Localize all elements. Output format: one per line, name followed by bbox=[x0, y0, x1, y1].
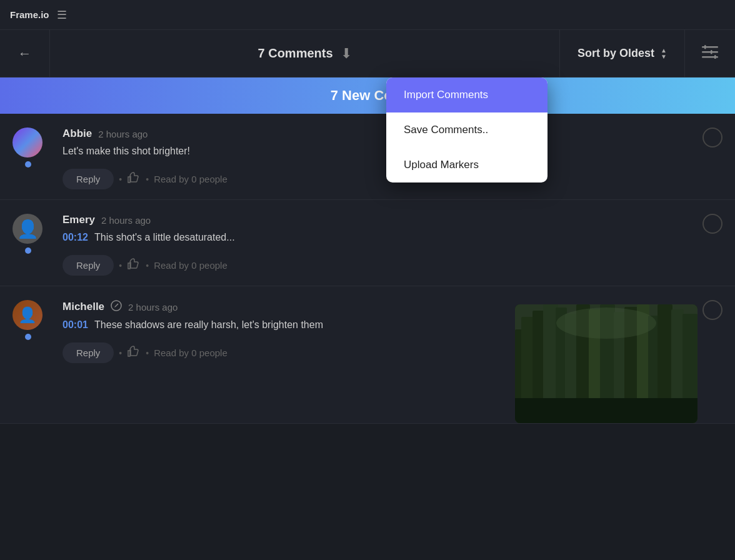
action-separator-2: • bbox=[146, 261, 149, 271]
back-icon: ← bbox=[18, 46, 32, 62]
complete-circle[interactable] bbox=[702, 214, 722, 234]
action-separator: • bbox=[119, 174, 122, 184]
comment-author: Abbie bbox=[62, 128, 92, 140]
emery-avatar-face: 👤 bbox=[17, 219, 39, 239]
filter-button[interactable] bbox=[685, 30, 735, 77]
svg-rect-3 bbox=[704, 45, 706, 49]
comment-time: 2 hours ago bbox=[128, 302, 178, 312]
dropdown-item-import[interactable]: Import Comments bbox=[386, 78, 548, 112]
like-icon[interactable] bbox=[127, 171, 141, 187]
app-title: Frame.io bbox=[10, 9, 49, 20]
comments-count-label: 7 Comments bbox=[258, 46, 333, 61]
video-thumbnail bbox=[515, 304, 698, 423]
unread-dot bbox=[25, 248, 31, 254]
like-icon[interactable] bbox=[127, 345, 141, 361]
top-bar: Frame.io ☰ bbox=[0, 0, 735, 30]
comment-item: 👤 Michelle 2 hours ago 00:01 These shado… bbox=[0, 286, 735, 424]
comment-actions: Reply • • Read by 0 people bbox=[62, 255, 722, 276]
back-button[interactable]: ← bbox=[0, 30, 50, 77]
comments-count-section: 7 Comments ⬇ bbox=[50, 30, 560, 77]
action-separator: • bbox=[119, 261, 122, 271]
comments-container: Abbie 2 hours ago Let's make this shot b… bbox=[0, 114, 735, 560]
new-comments-banner[interactable]: 7 New Com bbox=[0, 78, 735, 114]
reply-button[interactable]: Reply bbox=[62, 342, 114, 363]
dropdown-menu: Import Comments Save Comments.. Upload M… bbox=[386, 78, 548, 182]
sort-arrows-icon: ▲▼ bbox=[661, 48, 667, 60]
sort-section[interactable]: Sort by Oldest ▲▼ bbox=[560, 30, 685, 77]
read-by-label: Read by 0 people bbox=[154, 348, 228, 358]
svg-rect-1 bbox=[702, 51, 718, 53]
complete-circle[interactable] bbox=[702, 300, 722, 320]
comment-time: 2 hours ago bbox=[101, 215, 151, 226]
comment-item: 👤 Emery 2 hours ago 00:12 This shot's a … bbox=[0, 200, 735, 286]
timestamp-link[interactable]: 00:12 bbox=[62, 232, 88, 242]
action-separator: • bbox=[119, 348, 122, 358]
filter-icon bbox=[702, 45, 718, 62]
like-icon[interactable] bbox=[127, 258, 141, 273]
download-icon[interactable]: ⬇ bbox=[341, 46, 352, 62]
header-row: ← 7 Comments ⬇ Sort by Oldest ▲▼ bbox=[0, 30, 735, 78]
unread-dot bbox=[25, 334, 31, 340]
comment-time: 2 hours ago bbox=[98, 129, 148, 139]
svg-rect-4 bbox=[711, 50, 712, 54]
dropdown-item-upload[interactable]: Upload Markers bbox=[386, 148, 548, 182]
action-separator-2: • bbox=[146, 348, 149, 358]
unread-dot bbox=[25, 161, 31, 168]
comment-author: Michelle bbox=[62, 301, 104, 313]
edit-icon[interactable] bbox=[111, 300, 122, 314]
action-separator-2: • bbox=[146, 174, 149, 184]
avatar bbox=[12, 128, 42, 158]
avatar: 👤 bbox=[12, 214, 42, 244]
svg-rect-5 bbox=[714, 55, 716, 59]
read-by-label: Read by 0 people bbox=[154, 174, 228, 184]
comment-item: Abbie 2 hours ago Let's make this shot b… bbox=[0, 114, 735, 200]
comment-text: 00:12 This shot's a little desaturated..… bbox=[62, 230, 722, 245]
avatar: 👤 bbox=[12, 300, 42, 330]
comment-body: Emery 2 hours ago 00:12 This shot's a li… bbox=[62, 214, 722, 276]
hamburger-icon[interactable]: ☰ bbox=[57, 8, 67, 22]
timestamp-link[interactable]: 00:01 bbox=[62, 319, 88, 330]
comment-author: Emery bbox=[62, 214, 95, 226]
read-by-label: Read by 0 people bbox=[154, 260, 228, 271]
svg-rect-25 bbox=[515, 398, 698, 423]
comment-header: Emery 2 hours ago bbox=[62, 214, 722, 226]
reply-button[interactable]: Reply bbox=[62, 255, 114, 276]
sort-label: Sort by Oldest bbox=[578, 47, 654, 60]
reply-button[interactable]: Reply bbox=[62, 169, 114, 189]
complete-circle[interactable] bbox=[702, 128, 722, 148]
svg-point-26 bbox=[556, 308, 656, 339]
svg-rect-0 bbox=[702, 46, 718, 48]
dropdown-item-save[interactable]: Save Comments.. bbox=[386, 112, 548, 148]
